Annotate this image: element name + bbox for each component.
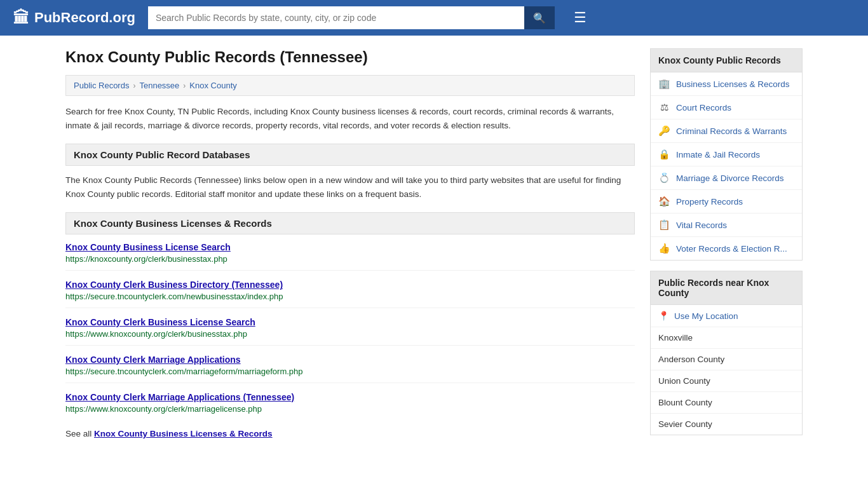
nearby-blount-label: Blount County	[658, 398, 712, 407]
nearby-knoxville[interactable]: Knoxville	[651, 327, 802, 349]
search-bar: 🔍	[148, 6, 555, 29]
record-item-0: Knox County Business License Search http…	[65, 242, 635, 271]
logo[interactable]: 🏛 PubRecord.org	[13, 8, 135, 28]
record-link-url-3: https://secure.tncountyclerk.com/marriag…	[65, 367, 303, 376]
sidebar-item-vital[interactable]: 📋 Vital Records	[651, 214, 802, 237]
record-link-url-2: https://www.knoxcounty.org/clerk/busines…	[65, 329, 247, 339]
record-link-url-1: https://secure.tncountyclerk.com/newbusi…	[65, 292, 283, 301]
sidebar-item-inmate-label: Inmate & Jail Records	[676, 150, 760, 159]
record-link-url-4: https://www.knoxcounty.org/clerk/marriag…	[65, 404, 262, 414]
intro-text: Search for free Knox County, TN Public R…	[65, 105, 635, 132]
sidebar-item-voter[interactable]: 👍 Voter Records & Election R...	[651, 237, 802, 260]
sidebar-item-court[interactable]: ⚖ Court Records	[651, 96, 802, 119]
databases-section-header: Knox County Public Record Databases	[65, 144, 635, 166]
sidebar-item-marriage[interactable]: 💍 Marriage & Divorce Records	[651, 166, 802, 190]
sidebar-box-1-title: Knox County Public Records	[651, 49, 802, 72]
sidebar-item-vital-label: Vital Records	[676, 220, 727, 230]
breadcrumb-knox-county[interactable]: Knox County	[189, 81, 236, 90]
business-icon: 🏢	[658, 78, 670, 90]
nearby-anderson[interactable]: Anderson County	[651, 349, 802, 370]
nearby-anderson-label: Anderson County	[658, 355, 724, 364]
location-icon: 📍	[658, 311, 669, 321]
sidebar-box-2-title: Public Records near Knox County	[651, 271, 802, 305]
sidebar-item-property-label: Property Records	[676, 197, 743, 207]
record-item-3: Knox County Clerk Marriage Applications …	[65, 355, 635, 383]
nearby-union[interactable]: Union County	[651, 370, 802, 392]
marriage-icon: 💍	[658, 172, 670, 184]
record-item-1: Knox County Clerk Business Directory (Te…	[65, 280, 635, 308]
content-area: Knox County Public Records (Tennessee) P…	[65, 48, 635, 445]
record-item-4: Knox County Clerk Marriage Applications …	[65, 392, 635, 420]
sidebar: Knox County Public Records 🏢 Business Li…	[650, 48, 803, 445]
sidebar-box-1: Knox County Public Records 🏢 Business Li…	[650, 48, 803, 261]
inmate-icon: 🔒	[658, 149, 670, 160]
breadcrumb-tennessee[interactable]: Tennessee	[139, 81, 179, 90]
nearby-blount[interactable]: Blount County	[651, 392, 802, 414]
sidebar-item-business[interactable]: 🏢 Business Licenses & Records	[651, 72, 802, 96]
logo-text: PubRecord.org	[34, 10, 135, 26]
breadcrumb: Public Records › Tennessee › Knox County	[65, 75, 635, 96]
sidebar-item-inmate[interactable]: 🔒 Inmate & Jail Records	[651, 143, 802, 166]
breadcrumb-sep-1: ›	[133, 81, 135, 90]
record-link-title-2[interactable]: Knox County Clerk Business License Searc…	[65, 317, 635, 327]
databases-body-text: The Knox County Public Records (Tennesse…	[65, 173, 635, 201]
nearby-union-label: Union County	[658, 376, 710, 386]
search-input[interactable]	[148, 6, 524, 29]
sidebar-item-business-label: Business Licenses & Records	[676, 79, 790, 89]
logo-icon: 🏛	[13, 8, 29, 28]
sidebar-item-property[interactable]: 🏠 Property Records	[651, 190, 802, 214]
hamburger-menu[interactable]: ☰	[574, 10, 587, 26]
search-button[interactable]: 🔍	[524, 6, 555, 29]
criminal-icon: 🔑	[658, 125, 670, 137]
see-all-prefix: See all	[65, 429, 94, 438]
sidebar-box-2: Public Records near Knox County 📍 Use My…	[650, 271, 803, 435]
search-icon: 🔍	[533, 13, 546, 24]
nearby-use-location-label: Use My Location	[674, 311, 738, 321]
business-section-header: Knox County Business Licenses & Records	[65, 212, 635, 234]
nearby-sevier[interactable]: Sevier County	[651, 414, 802, 435]
see-all-link[interactable]: Knox County Business Licenses & Records	[94, 429, 273, 438]
property-icon: 🏠	[658, 196, 670, 207]
record-link-url-0: https://knoxcounty.org/clerk/businesstax…	[65, 254, 227, 264]
page-title: Knox County Public Records (Tennessee)	[65, 48, 635, 66]
sidebar-item-marriage-label: Marriage & Divorce Records	[676, 173, 784, 183]
record-item-2: Knox County Clerk Business License Searc…	[65, 317, 635, 346]
record-link-title-0[interactable]: Knox County Business License Search	[65, 242, 635, 252]
voter-icon: 👍	[658, 243, 670, 254]
see-all-text: See all Knox County Business Licenses & …	[65, 429, 635, 438]
vital-icon: 📋	[658, 219, 670, 231]
breadcrumb-sep-2: ›	[183, 81, 186, 90]
sidebar-item-court-label: Court Records	[676, 103, 731, 112]
header: 🏛 PubRecord.org 🔍 ☰	[0, 0, 868, 36]
record-link-title-4[interactable]: Knox County Clerk Marriage Applications …	[65, 392, 635, 402]
nearby-use-location[interactable]: 📍 Use My Location	[651, 305, 802, 327]
nearby-sevier-label: Sevier County	[658, 419, 712, 429]
main-container: Knox County Public Records (Tennessee) P…	[53, 36, 815, 458]
sidebar-item-criminal[interactable]: 🔑 Criminal Records & Warrants	[651, 119, 802, 143]
court-icon: ⚖	[658, 102, 670, 113]
nearby-knoxville-label: Knoxville	[658, 333, 693, 342]
sidebar-item-voter-label: Voter Records & Election R...	[676, 244, 787, 254]
sidebar-item-criminal-label: Criminal Records & Warrants	[676, 126, 787, 136]
record-link-title-1[interactable]: Knox County Clerk Business Directory (Te…	[65, 280, 635, 290]
breadcrumb-public-records[interactable]: Public Records	[74, 81, 129, 90]
record-link-title-3[interactable]: Knox County Clerk Marriage Applications	[65, 355, 635, 365]
